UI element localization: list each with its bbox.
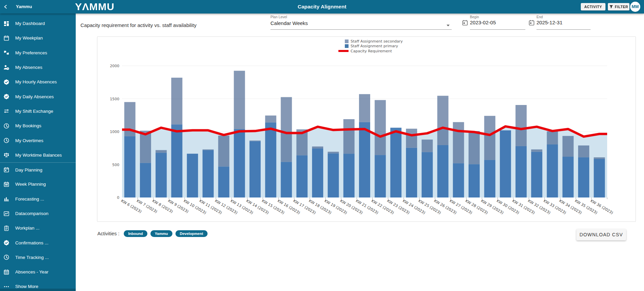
badge-check-icon xyxy=(3,79,9,85)
begin-date-input[interactable] xyxy=(470,20,525,25)
plan-level-select[interactable]: Plan Level Calendar Weeks xyxy=(270,14,452,30)
calendar-icon xyxy=(3,35,9,41)
capacity-chart: 0500100015002000KW 6 (2023)KW 7 (2023)KW… xyxy=(97,37,636,223)
scale-icon xyxy=(3,152,9,158)
sidebar-item-my-bookings[interactable]: My Bookings xyxy=(0,118,76,133)
clock-icon xyxy=(3,254,9,260)
legend-item-capacity-requirement[interactable]: Capacity Requirement xyxy=(338,49,403,54)
svg-text:1500: 1500 xyxy=(110,97,119,101)
sidebar-item-forecasting[interactable]: Forecasting ... xyxy=(0,192,76,206)
clock-icon xyxy=(3,123,9,129)
sidebar-item-week-planning[interactable]: Week Planning xyxy=(0,177,76,191)
capacity-chart-card: Staff Assignment secondaryStaff Assignme… xyxy=(97,36,636,222)
sidebar-item-label: Time Tracking ... xyxy=(15,255,49,260)
chart-legend: Staff Assignment secondaryStaff Assignme… xyxy=(338,39,403,54)
svg-text:0: 0 xyxy=(117,195,119,200)
sidebar-item-label: Workplan ... xyxy=(15,226,40,231)
sidebar-item-my-worktime-balances[interactable]: My Worktime Balances xyxy=(0,148,76,162)
clipboard-icon xyxy=(3,225,9,231)
sidebar-item-my-preferences[interactable]: My Preferences xyxy=(0,46,76,60)
app-bar: Yammu YΛMMU Capacity Alignment ACTIVITY … xyxy=(0,0,644,14)
sidebar-item-absences-year[interactable]: Absences - Year xyxy=(0,265,76,279)
activity-chip-yammu[interactable]: Yammu xyxy=(150,230,172,237)
sidebar-item-my-shift-exchange[interactable]: My Shift Exchange xyxy=(0,104,76,118)
sidebar-item-my-hourly-absences[interactable]: My Hourly Absences xyxy=(0,75,76,89)
activities-row: Activities : InboundYammuDevelopment xyxy=(97,230,208,237)
sidebar-item-label: Absences - Year xyxy=(15,269,48,274)
legend-square-swatch xyxy=(345,44,349,48)
chevron-down-icon xyxy=(447,22,450,28)
sidebar-item-label: My Shift Exchange xyxy=(15,109,53,114)
sidebar-item-time-tracking[interactable]: Time Tracking ... xyxy=(0,250,76,265)
sidebar-item-label: My Absences xyxy=(15,65,42,70)
sidebar-item-label: Week Planning xyxy=(15,182,46,187)
person-clock-icon xyxy=(3,64,9,71)
calendar-day-icon xyxy=(3,167,9,173)
activity-chip-inbound[interactable]: Inbound xyxy=(124,230,147,237)
main-content: Capacity requirement for activity vs. st… xyxy=(76,14,644,291)
calendar-icon[interactable] xyxy=(528,20,535,26)
legend-line-swatch xyxy=(338,50,349,52)
sidebar-item-label: Datacomparison xyxy=(15,211,48,216)
funnel-icon xyxy=(609,5,613,9)
dashboard-icon xyxy=(3,21,9,27)
sidebar-item-confirmations[interactable]: Confirmations ... xyxy=(0,235,76,250)
badge-check-icon xyxy=(3,240,9,246)
activity-chip-development[interactable]: Development xyxy=(175,230,208,237)
sidebar-item-label: My Daily Absences xyxy=(15,94,54,99)
begin-label: Begin xyxy=(470,15,479,19)
bar-chart-icon xyxy=(3,196,9,202)
sidebar-item-datacomparison[interactable]: Datacomparison xyxy=(0,206,76,221)
activity-chips: InboundYammuDevelopment xyxy=(124,230,208,237)
legend-square-swatch xyxy=(345,39,349,43)
section-title: Capacity requirement for activity vs. st… xyxy=(80,22,196,28)
plan-level-value: Calendar Weeks xyxy=(270,20,308,26)
sidebar: My DashboardMy WeekplanMy PreferencesMy … xyxy=(0,14,76,291)
sidebar-item-label: My Hourly Absences xyxy=(15,79,57,84)
calendar-month-icon xyxy=(3,269,9,275)
end-date-input[interactable] xyxy=(536,20,591,25)
sidebar-item-label: My Weekplan xyxy=(15,35,43,41)
download-csv-button[interactable]: DOWNLOAD CSV xyxy=(576,229,626,240)
calendar-icon[interactable] xyxy=(462,20,468,26)
swap-arrows-icon xyxy=(3,108,9,114)
user-avatar[interactable]: MM xyxy=(630,2,640,12)
calendar-range-icon xyxy=(3,181,9,187)
activities-label: Activities : xyxy=(97,231,119,236)
clock-icon xyxy=(3,137,9,143)
line-chart-icon xyxy=(3,211,9,217)
sidebar-item-my-absences[interactable]: My Absences xyxy=(0,60,76,75)
page-title: Capacity Alignment xyxy=(0,4,644,10)
sidebar-menu: My DashboardMy WeekplanMy PreferencesMy … xyxy=(0,14,76,291)
plan-level-label: Plan Level xyxy=(270,15,287,19)
svg-text:2000: 2000 xyxy=(110,64,119,68)
sidebar-item-label: My Preferences xyxy=(15,50,47,55)
sidebar-item-my-weekplan[interactable]: My Weekplan xyxy=(0,31,76,45)
legend-item-staff-assignment-primary[interactable]: Staff Assignment primary xyxy=(338,44,403,49)
sidebar-item-my-dashboard[interactable]: My Dashboard xyxy=(0,16,76,31)
thumbs-icon xyxy=(3,50,9,56)
badge-check-icon xyxy=(3,94,9,100)
filter-button[interactable]: FILTER xyxy=(608,3,629,10)
end-label: End xyxy=(536,15,543,19)
sidebar-item-label: My Worktime Balances xyxy=(15,153,62,158)
sidebar-item-my-overtimes[interactable]: My Overtimes xyxy=(0,133,76,148)
sidebar-bottom-strip xyxy=(0,289,76,291)
sidebar-item-label: My Dashboard xyxy=(15,21,45,26)
sidebar-item-workplan[interactable]: Workplan ... xyxy=(0,221,76,235)
activity-button[interactable]: ACTIVITY xyxy=(581,3,605,10)
capacity-chart-svg: 0500100015002000KW 6 (2023)KW 7 (2023)KW… xyxy=(97,37,636,222)
sidebar-item-label: My Bookings xyxy=(15,123,41,128)
sidebar-item-day-planning[interactable]: Day Planning xyxy=(0,162,76,177)
sidebar-item-label: Forecasting ... xyxy=(15,196,44,202)
sidebar-item-label: Confirmations ... xyxy=(15,240,48,245)
sidebar-item-label: Day Planning xyxy=(15,167,42,173)
sidebar-item-my-daily-absences[interactable]: My Daily Absences xyxy=(0,89,76,104)
svg-text:1000: 1000 xyxy=(110,130,119,134)
sidebar-item-label: My Overtimes xyxy=(15,138,43,143)
svg-text:500: 500 xyxy=(112,163,119,167)
legend-item-staff-assignment-secondary[interactable]: Staff Assignment secondary xyxy=(338,39,403,44)
